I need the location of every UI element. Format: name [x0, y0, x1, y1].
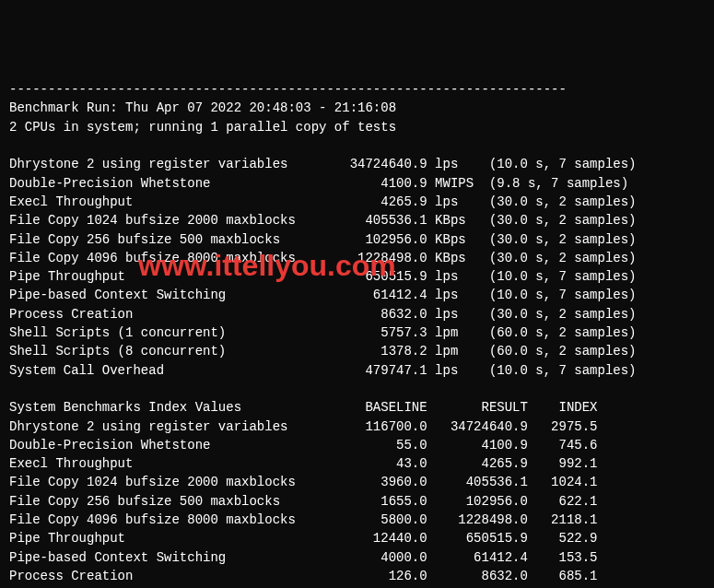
terminal-output: ----------------------------------------…: [9, 80, 705, 588]
